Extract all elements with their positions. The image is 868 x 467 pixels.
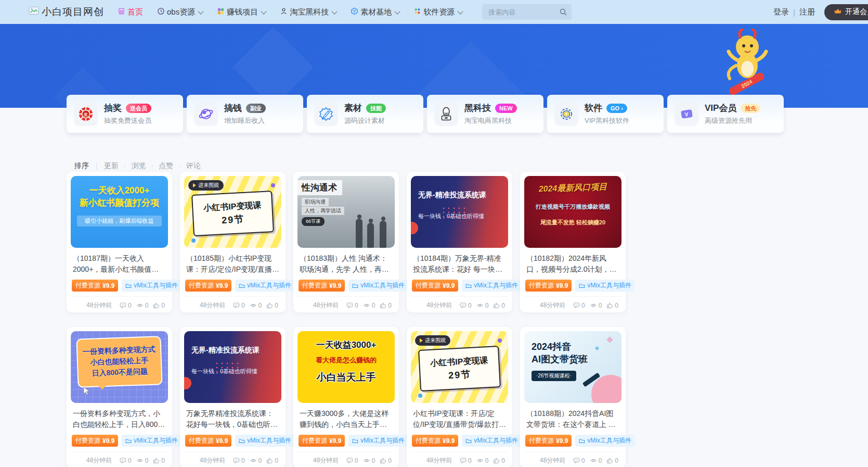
post-card[interactable]: 无界-精准投流系统课每一块钱，0基础也听得懂（10184期）万象无界-精准投流系…: [407, 172, 512, 312]
nav-item-software[interactable]: 软件资源: [413, 7, 462, 17]
price-tag[interactable]: 付费资源¥9.9: [412, 435, 458, 447]
price-tag[interactable]: 付费资源¥9.9: [72, 280, 118, 292]
price-tag[interactable]: 付费资源¥9.9: [72, 435, 118, 447]
chevron-down-icon: [458, 8, 463, 14]
category-tag[interactable]: vMix工具与插件: [348, 280, 408, 292]
category-tag[interactable]: vMix工具与插件: [462, 435, 522, 447]
post-thumbnail[interactable]: 一份资料多种变现方式小白也能轻松上手日入800不是问题: [71, 331, 168, 403]
folder-icon: [352, 438, 358, 444]
post-thumbnail[interactable]: 2024抖音AI图文带货班·26节视频课程·: [524, 331, 621, 403]
nav-label: 淘宝黑科技: [290, 7, 329, 17]
category-tag[interactable]: vMix工具与插件: [122, 280, 182, 292]
gear-icon: [554, 102, 578, 126]
post-card[interactable]: 2024抖音AI图文带货班·26节视频课程·（10188期）2024抖音AI图文…: [520, 327, 626, 467]
price-tag[interactable]: 付费资源¥9.9: [185, 435, 231, 447]
post-title[interactable]: 一天赚3000多，大佬是这样赚到钱的，小白当天上手，穷人…: [297, 408, 395, 430]
post-thumbnail[interactable]: 无界-精准投流系统课每一块钱，0基础也听得懂: [411, 176, 508, 248]
comment-icon: [346, 302, 353, 309]
price-tag[interactable]: 付费资源¥9.9: [299, 280, 345, 292]
category-tag[interactable]: vMix工具与插件: [122, 435, 182, 447]
sort-option-comments[interactable]: 评论: [173, 161, 201, 171]
category-tag[interactable]: vMix工具与插件: [462, 280, 522, 292]
post-card[interactable]: 一份资料多种变现方式小白也能轻松上手日入800不是问题一份资料多种变现方式，小白…: [67, 327, 172, 467]
register-link[interactable]: 注册: [799, 7, 815, 17]
views-count: 0: [599, 302, 602, 309]
nav-item-home[interactable]: 首页: [118, 7, 143, 17]
feature-material[interactable]: 素材技能 源码设计素材: [307, 95, 423, 133]
views-count: 0: [599, 457, 602, 464]
feature-desc: 淘宝电商黑科技: [464, 116, 517, 125]
feature-vip[interactable]: V VIP会员抢先 高级资源抢先用: [667, 95, 784, 133]
nav-item-obs[interactable]: obs资源: [157, 7, 203, 17]
views-stat: 0: [363, 302, 375, 309]
thumb-headline: 一天收益3000+: [297, 339, 395, 351]
post-title[interactable]: （10184期）万象无界-精准投流系统课：花好 每一块钱，0…: [411, 253, 508, 275]
post-thumbnail[interactable]: 进来围观小红书IP变现课29节: [184, 176, 281, 248]
nav-label: obs资源: [167, 7, 195, 17]
site-logo[interactable]: 小白项目网创: [29, 5, 104, 19]
post-time: 48分钟前: [540, 456, 565, 465]
post-card[interactable]: 一天收益3000+看大佬是怎么赚钱的小白当天上手一天赚3000多，大佬是这样赚到…: [293, 327, 399, 467]
post-thumbnail[interactable]: 一天收入2000+新小红书颜值打分项吸引小姐姐，刷爆后端收益: [71, 176, 168, 248]
category-tag[interactable]: vMix工具与插件: [235, 280, 295, 292]
post-title[interactable]: （10185期）小红书IP变现课：开店/定位/IP变现/直播带货/…: [184, 253, 281, 275]
thumb-headline: 无界-精准投流系统课: [191, 346, 275, 355]
post-thumbnail[interactable]: 无界-精准投流系统课每一块钱，0基础也听得懂: [184, 331, 281, 403]
post-thumbnail[interactable]: 一天收益3000+看大佬是怎么赚钱的小白当天上手: [297, 331, 395, 403]
post-thumbnail[interactable]: 进来围观小红书IP变现课29节: [411, 331, 508, 403]
feature-blacktech[interactable]: 黑科技NEW 淘宝电商黑科技: [427, 95, 543, 133]
category-tag[interactable]: vMix工具与插件: [348, 435, 408, 447]
price-tag[interactable]: 付费资源¥9.9: [525, 280, 572, 292]
likes-stat: 0: [493, 302, 505, 309]
category-label: vMix工具与插件: [360, 281, 405, 290]
thumb-headline: 小白也能轻松上手: [90, 356, 149, 368]
post-title[interactable]: （10188期）2024抖音AI图文带货班：在这个赛道上 乘风破…: [524, 408, 621, 430]
sort-option-update[interactable]: 更新: [104, 161, 119, 171]
nav-item-material[interactable]: 素材基地: [351, 7, 399, 17]
post-card[interactable]: 性沟通术职场沟通人性，再学说话66节课（10183期）人性 沟通术：职场沟通，先…: [293, 172, 399, 312]
price-tag[interactable]: 付费资源¥9.9: [525, 435, 572, 447]
post-title[interactable]: （10183期）人性 沟通术：职场沟通，先学 人性，再学说…: [297, 253, 395, 275]
post-title[interactable]: 万象无界精准投流系统课：花好每一块钱，0基础也听得懂（…: [184, 408, 281, 430]
category-tag[interactable]: vMix工具与插件: [575, 435, 635, 447]
post-title[interactable]: 小红书IP变现课：开店/定位/IP变现/直播带货/爆款打造/涨价…: [411, 408, 508, 430]
post-card[interactable]: 一天收入2000+新小红书颜值打分项吸引小姐姐，刷爆后端收益（10187期）一天…: [67, 172, 172, 312]
search-input[interactable]: [482, 4, 572, 20]
nav-item-money[interactable]: 赚钱项目: [217, 7, 266, 17]
category-tag[interactable]: vMix工具与插件: [235, 435, 295, 447]
vip-button[interactable]: 开通会员: [824, 4, 868, 20]
dot-grid: [214, 361, 239, 375]
feature-money[interactable]: 搞钱副业 增加睡后收入: [187, 95, 303, 133]
post-thumbnail[interactable]: 性沟通术职场沟通人性，再学说话66节课: [297, 176, 395, 248]
post-card[interactable]: 进来围观小红书IP变现课29节小红书IP变现课：开店/定位/IP变现/直播带货/…: [407, 327, 512, 467]
post-title[interactable]: 一份资料多种变现方式，小白也能轻松上手，日入800不是问题: [71, 408, 168, 430]
post-card[interactable]: 无界-精准投流系统课每一块钱，0基础也听得懂万象无界精准投流系统课：花好每一块钱…: [180, 327, 286, 467]
feature-software[interactable]: 软件GO › VIP黑科技软件: [547, 95, 664, 133]
price-tag[interactable]: 付费资源¥9.9: [299, 435, 345, 447]
comments-count: 0: [355, 457, 358, 464]
post-time: 48分钟前: [200, 301, 225, 310]
post-thumbnail[interactable]: 2024最新风口项目打造视频号千万播放爆款视频尾流量不发愁 轻松躺赚20: [524, 176, 621, 248]
nav-item-taobao[interactable]: 淘宝黑科技: [280, 7, 336, 17]
post-time: 48分钟前: [86, 456, 112, 465]
search-icon[interactable]: [559, 8, 567, 18]
feature-lottery[interactable]: 奖 抽奖送会员 抽奖免费送会员: [67, 95, 183, 133]
post-card[interactable]: 2024最新风口项目打造视频号千万播放爆款视频尾流量不发愁 轻松躺赚20（101…: [520, 172, 626, 312]
sort-option-views[interactable]: 浏览: [119, 161, 146, 171]
feature-badge: 抢先: [741, 104, 760, 113]
folder-icon: [125, 438, 132, 444]
likes-stat: 0: [380, 457, 392, 464]
post-title[interactable]: （10182期）2024年新风口，视频号分成2.0计划，多种玩…: [524, 253, 621, 275]
category-label: vMix工具与插件: [134, 436, 178, 445]
price-tag[interactable]: 付费资源¥9.9: [185, 280, 231, 292]
hexagon-icon: [351, 7, 358, 17]
category-tag[interactable]: vMix工具与插件: [575, 280, 635, 292]
feature-desc: 增加睡后收入: [224, 116, 266, 125]
views-stat: 0: [476, 457, 489, 464]
post-tags: 付费资源¥9.9vMix工具与插件: [524, 280, 621, 292]
price-tag[interactable]: 付费资源¥9.9: [412, 280, 458, 292]
sort-option-likes[interactable]: 点赞: [146, 161, 174, 171]
post-card[interactable]: 进来围观小红书IP变现课29节（10185期）小红书IP变现课：开店/定位/IP…: [180, 172, 286, 312]
login-link[interactable]: 登录: [773, 7, 789, 17]
post-title[interactable]: （10187期）一天收入2000+，最新小红书颜值打分项目，吸…: [71, 253, 168, 275]
